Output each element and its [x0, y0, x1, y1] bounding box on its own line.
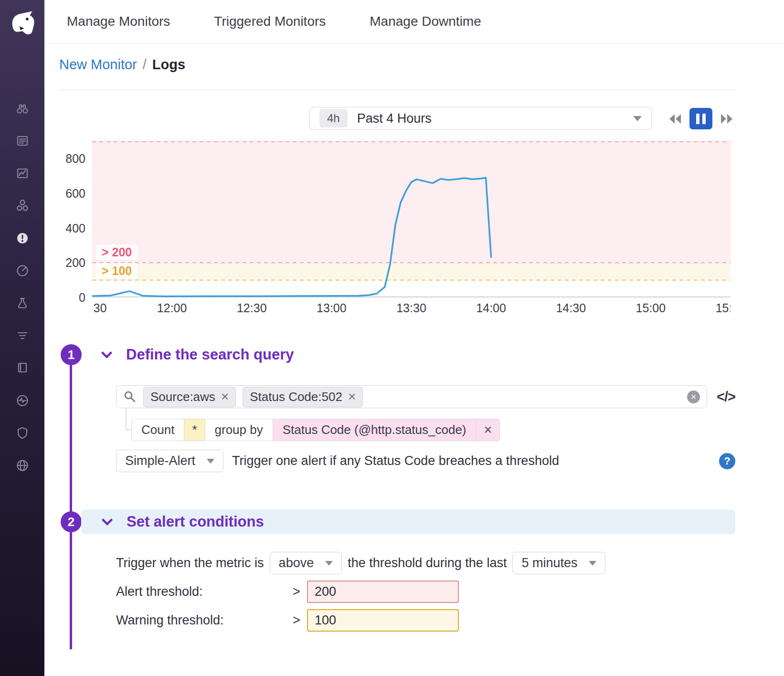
help-icon[interactable]: ? — [719, 453, 735, 469]
alert-type-select[interactable]: Simple-Alert — [116, 450, 223, 472]
time-range-label: Past 4 Hours — [357, 111, 432, 126]
security-icon[interactable] — [15, 426, 30, 440]
playback-controls — [664, 108, 738, 129]
y-tick-label: 600 — [65, 187, 85, 201]
breadcrumb-current-page: Logs — [152, 57, 185, 73]
collapse-section-1-chevron-icon[interactable] — [101, 347, 112, 359]
x-tick-label: 14:00 — [476, 301, 506, 315]
ci-visibility-icon[interactable] — [15, 393, 30, 408]
collapse-section-2-chevron-icon[interactable] — [101, 514, 113, 526]
skip-forward-icon — [720, 113, 734, 125]
top-navigation: Manage Monitors Triggered Monitors Manag… — [44, 0, 784, 43]
filter-tag-label: Status Code:502 — [250, 390, 342, 404]
y-tick-label: 200 — [65, 256, 85, 270]
alert-type-value: Simple-Alert — [125, 454, 195, 468]
warning-threshold-input[interactable] — [307, 609, 459, 632]
x-tick-label: 13:30 — [396, 301, 426, 315]
step-2-badge: 2 — [61, 511, 82, 532]
time-window-value: 5 minutes — [521, 556, 577, 570]
section-title-define-query: Define the search query — [126, 346, 294, 363]
time-range-dropdown[interactable]: 4h Past 4 Hours — [309, 107, 652, 130]
aggregation-row: Count * group by Status Code (@http.stat… — [131, 419, 784, 441]
sidebar-icon-menu — [15, 101, 30, 473]
alert-threshold-input[interactable] — [307, 581, 459, 603]
monitors-icon[interactable] — [15, 231, 30, 245]
aggregation-count-select[interactable]: Count — [131, 419, 184, 441]
aggregation-measure-select[interactable]: * — [184, 419, 205, 441]
main-content: Manage Monitors Triggered Monitors Manag… — [44, 0, 784, 676]
time-controls-row: 4h Past 4 Hours — [44, 107, 784, 130]
y-tick-label: 400 — [65, 221, 85, 235]
filter-tag-status-code-502[interactable]: Status Code:502 × — [243, 387, 363, 407]
warning-threshold-field-label: Warning threshold: — [116, 613, 293, 628]
filter-tag-source-aws[interactable]: Source:aws × — [143, 387, 236, 407]
alert-threshold-label: > 200 — [96, 244, 138, 260]
breadcrumb: New Monitor / Logs — [59, 57, 784, 73]
x-tick-label: 14:30 — [556, 301, 586, 315]
section-alert-conditions-header: 2 Set alert conditions — [61, 509, 784, 534]
group-by-value-select[interactable]: Status Code (@http.status_code) — [273, 419, 477, 441]
remove-tag-icon[interactable]: × — [348, 390, 356, 403]
chevron-down-icon — [325, 561, 333, 566]
pipelines-icon[interactable] — [15, 328, 30, 343]
integrations-icon[interactable] — [15, 199, 30, 213]
dashboards-icon[interactable] — [15, 166, 30, 180]
comparison-select[interactable]: above — [270, 552, 342, 574]
section-define-query-header: 1 Define the search query — [61, 344, 784, 365]
code-view-icon[interactable]: </> — [717, 389, 735, 405]
remove-group-by-icon[interactable]: × — [476, 419, 500, 441]
alert-threshold-row: Alert threshold: > — [116, 581, 784, 603]
section-title-alert-conditions: Set alert conditions — [127, 513, 264, 530]
x-tick-label: 11:30 — [92, 301, 106, 315]
y-tick-label: 0 — [79, 291, 85, 305]
app-sidebar — [0, 0, 44, 676]
nav-manage-monitors[interactable]: Manage Monitors — [67, 14, 170, 29]
alert-mode-row: Simple-Alert Trigger one alert if any St… — [116, 450, 735, 472]
pause-icon — [696, 114, 706, 124]
search-icon — [123, 390, 137, 403]
y-tick-label: 800 — [65, 152, 85, 166]
trigger-condition-row: Trigger when the metric is above the thr… — [116, 552, 784, 574]
monitor-preview-chart: 0200400600800 11:3012:0012:3013:0013:301… — [92, 141, 731, 317]
warning-threshold-operator: > — [293, 613, 307, 628]
pause-button[interactable] — [689, 108, 712, 129]
time-range-badge: 4h — [319, 109, 348, 127]
synthetics-icon[interactable] — [15, 458, 30, 473]
metrics-icon[interactable] — [15, 264, 30, 278]
step-1-badge: 1 — [61, 344, 82, 365]
chart-svg — [92, 141, 731, 297]
events-icon[interactable] — [15, 134, 30, 148]
nav-manage-downtime[interactable]: Manage Downtime — [370, 14, 481, 29]
x-tick-label: 15:30 — [716, 301, 731, 315]
apm-icon[interactable] — [15, 296, 30, 310]
logs-icon[interactable] — [15, 361, 30, 375]
group-by-label: group by — [205, 419, 273, 441]
skip-back-button[interactable] — [664, 108, 687, 129]
x-tick-label: 12:00 — [157, 301, 187, 315]
alert-mode-description: Trigger one alert if any Status Code bre… — [232, 454, 559, 468]
breadcrumb-separator: / — [143, 57, 147, 73]
y-axis-labels: 0200400600800 — [58, 141, 85, 297]
remove-tag-icon[interactable]: × — [221, 390, 229, 403]
x-tick-label: 12:30 — [237, 301, 267, 315]
chevron-down-icon — [633, 116, 642, 121]
time-window-select[interactable]: 5 minutes — [512, 552, 605, 574]
skip-forward-button[interactable] — [715, 108, 738, 129]
alert-conditions-bar: Set alert conditions — [81, 509, 735, 534]
alert-threshold-field-label: Alert threshold: — [116, 584, 293, 599]
datadog-logo[interactable] — [0, 0, 44, 46]
step-connector-line — [70, 354, 72, 649]
log-search-input[interactable]: Source:aws × Status Code:502 × × — [116, 385, 707, 408]
skip-back-icon — [668, 113, 682, 125]
clear-search-icon[interactable]: × — [687, 391, 700, 403]
chevron-down-icon — [207, 459, 214, 464]
warning-threshold-label: > 100 — [96, 263, 138, 279]
comparison-value: above — [279, 556, 314, 570]
trigger-condition-suffix: the threshold during the last — [348, 556, 507, 570]
dog-icon — [9, 9, 36, 37]
nav-triggered-monitors[interactable]: Triggered Monitors — [214, 14, 326, 29]
watchdog-icon[interactable] — [15, 101, 30, 116]
breadcrumb-new-monitor-link[interactable]: New Monitor — [59, 57, 137, 73]
chevron-down-icon — [589, 561, 596, 566]
warning-threshold-row: Warning threshold: > — [116, 609, 784, 632]
